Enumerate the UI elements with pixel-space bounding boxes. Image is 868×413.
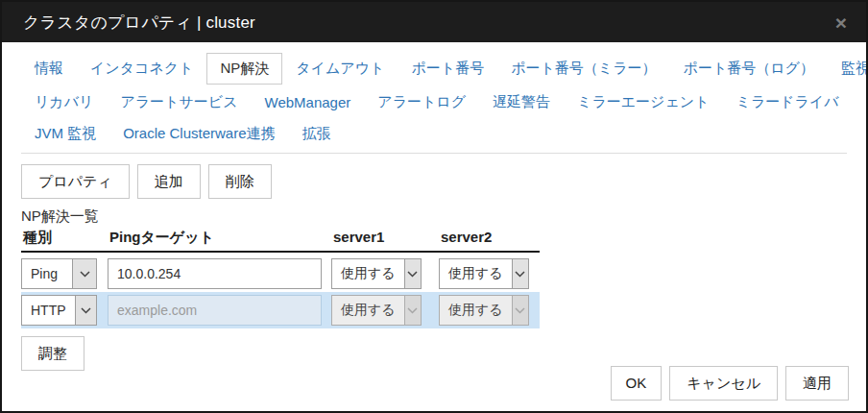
server1-select[interactable]: 使用する <box>331 258 422 289</box>
column-header-type: 種別 <box>21 229 108 247</box>
tab-alert-service[interactable]: アラートサービス <box>107 86 251 118</box>
table-row: Ping 使用する 使用する <box>21 255 540 292</box>
chevron-down-icon <box>404 296 421 325</box>
cluster-properties-dialog: クラスタのプロパティ | cluster × 情報 インタコネクト NP解決 タ… <box>0 0 868 413</box>
chevron-down-icon <box>75 296 96 325</box>
add-button[interactable]: 追加 <box>137 164 201 199</box>
tab-np-resolution[interactable]: NP解決 <box>206 53 282 85</box>
tab-row-3: JVM 監視 Oracle Clusterware連携 拡張 <box>21 118 847 150</box>
tab-monitor[interactable]: 監視 <box>828 53 868 85</box>
tab-jvm-monitor[interactable]: JVM 監視 <box>21 118 109 150</box>
tab-recovery[interactable]: リカバリ <box>21 86 107 118</box>
type-select[interactable]: Ping <box>21 258 97 289</box>
chevron-down-icon <box>404 259 421 288</box>
tab-mirror-agent[interactable]: ミラーエージェント <box>564 86 722 118</box>
close-icon[interactable]: × <box>832 11 851 35</box>
cancel-button[interactable]: キャンセル <box>669 366 778 401</box>
tab-port-number-mirror[interactable]: ポート番号（ミラー） <box>497 53 669 85</box>
tune-button[interactable]: 調整 <box>21 336 84 371</box>
tab-bar: 情報 インタコネクト NP解決 タイムアウト ポート番号 ポート番号（ミラー） … <box>2 42 866 150</box>
properties-button[interactable]: プロパティ <box>21 164 130 199</box>
tab-webmanager[interactable]: WebManager <box>252 87 365 117</box>
tab-alert-log[interactable]: アラートログ <box>364 86 479 118</box>
tab-divider <box>21 153 847 154</box>
ping-target-input[interactable] <box>108 295 322 326</box>
tab-timeout[interactable]: タイムアウト <box>282 53 398 85</box>
tab-port-number[interactable]: ポート番号 <box>398 53 497 85</box>
tab-extension[interactable]: 拡張 <box>289 118 345 150</box>
remove-button[interactable]: 削除 <box>208 164 272 199</box>
dialog-titlebar: クラスタのプロパティ | cluster × <box>2 2 866 42</box>
tab-oracle-clusterware[interactable]: Oracle Clusterware連携 <box>109 118 288 150</box>
tab-interconnect[interactable]: インタコネクト <box>77 53 206 85</box>
column-header-ping-target: Pingターゲット <box>108 229 331 247</box>
chevron-down-icon <box>72 259 96 288</box>
tab-port-number-log[interactable]: ポート番号（ログ） <box>670 53 828 85</box>
ok-button[interactable]: OK <box>611 366 663 401</box>
chevron-down-icon <box>512 296 528 325</box>
type-select[interactable]: HTTP <box>21 295 97 326</box>
np-resolution-table: 種別 Pingターゲット server1 server2 Ping 使用する <box>21 229 540 328</box>
table-row-selected: HTTP 使用する 使用する <box>21 292 540 328</box>
tab-delay-warning[interactable]: 遅延警告 <box>479 86 564 118</box>
table-header-row: 種別 Pingターゲット server1 server2 <box>21 229 540 253</box>
column-header-server2: server2 <box>439 229 540 247</box>
footer-buttons: OK キャンセル 適用 <box>611 366 849 401</box>
chevron-down-icon <box>512 259 528 288</box>
server2-select[interactable]: 使用する <box>439 258 529 289</box>
tab-row-1: 情報 インタコネクト NP解決 タイムアウト ポート番号 ポート番号（ミラー） … <box>21 50 847 86</box>
server2-select: 使用する <box>439 295 529 326</box>
tab-mirror-driver[interactable]: ミラードライバ <box>723 86 853 118</box>
ping-target-input[interactable] <box>108 258 322 289</box>
tab-row-2: リカバリ アラートサービス WebManager アラートログ 遅延警告 ミラー… <box>21 86 847 118</box>
tab-info[interactable]: 情報 <box>21 53 77 85</box>
toolbar: プロパティ 追加 削除 <box>21 164 866 199</box>
column-header-server1: server1 <box>331 229 439 247</box>
np-list-caption: NP解決一覧 <box>21 207 866 226</box>
dialog-title: クラスタのプロパティ | cluster <box>23 12 832 34</box>
server1-select: 使用する <box>331 295 422 326</box>
apply-button[interactable]: 適用 <box>785 366 849 401</box>
